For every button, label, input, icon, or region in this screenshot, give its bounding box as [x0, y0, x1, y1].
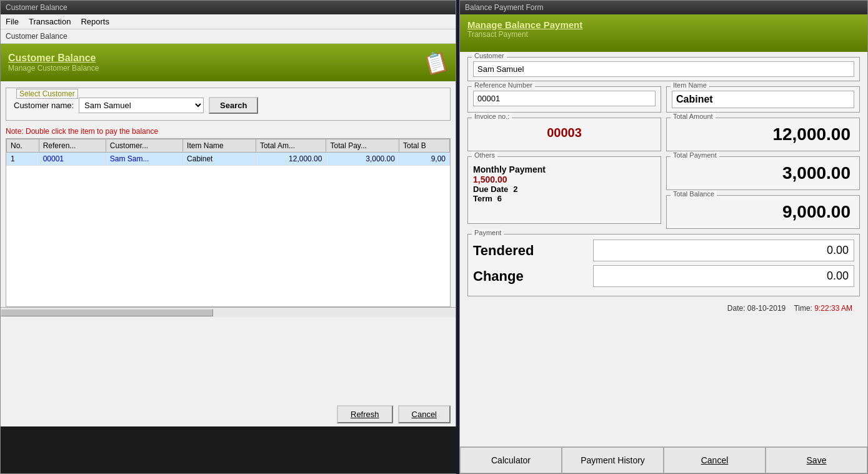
- due-date-row: Due Date 2: [473, 184, 656, 194]
- note-text: Note: Double click the item to pay the b…: [6, 127, 451, 136]
- right-header-title: Manage Balance Payment: [467, 19, 860, 30]
- horizontal-scrollbar[interactable]: [1, 307, 456, 317]
- cell-amount: 12,000.00: [256, 153, 326, 166]
- header-title: Customer Balance: [8, 53, 99, 64]
- search-button[interactable]: Search: [209, 97, 258, 114]
- datetime-bar: Date: 08-10-2019 Time: 9:22:33 AM: [467, 301, 860, 315]
- right-title-bar: Balance Payment Form: [460, 1, 867, 14]
- form-body: Customer Reference Number Item Name Invo…: [460, 52, 867, 320]
- reference-number-group: Reference Number: [467, 86, 661, 113]
- header-subtitle: Manage Customer Balance: [8, 64, 99, 73]
- ref-item-row: Reference Number Item Name: [467, 86, 860, 113]
- col-total-pay: Total Pay...: [326, 139, 399, 153]
- monthly-payment-label: Monthly Payment: [473, 164, 546, 174]
- total-balance-value: 9,000.00: [672, 199, 854, 224]
- date-value: 08-10-2019: [747, 304, 786, 313]
- table-row[interactable]: 1 00001 Sam Sam... Cabinet 12,000.00 3,0…: [7, 153, 450, 166]
- balance-table: No. Referen... Customer... Item Name Tot…: [6, 139, 450, 166]
- bottom-buttons: Refresh Cancel: [337, 405, 451, 423]
- cell-customer: Sam Sam...: [106, 153, 182, 166]
- total-payment-value: 3,000.00: [672, 161, 854, 186]
- col-ref: Referen...: [39, 139, 106, 153]
- item-name-input[interactable]: [672, 91, 854, 108]
- total-amount-legend: Total Amount: [671, 113, 716, 120]
- due-date-value: 2: [513, 184, 517, 194]
- col-item: Item Name: [183, 139, 256, 153]
- select-customer-legend: Select Customer: [16, 89, 78, 99]
- col-total-b: Total B: [399, 139, 449, 153]
- total-balance-legend: Total Balance: [671, 190, 717, 198]
- others-content: Monthly Payment 1,500.00 Due Date 2 Term…: [473, 162, 656, 203]
- cell-no: 1: [7, 153, 39, 166]
- left-title-text: Customer Balance: [6, 3, 67, 12]
- customer-name-select[interactable]: Sam Samuel: [79, 98, 204, 113]
- time-value: 9:22:33 AM: [814, 304, 852, 313]
- term-row: Term 6: [473, 194, 656, 203]
- right-cancel-button[interactable]: Cancel: [664, 447, 766, 473]
- due-date-label: Due Date: [473, 184, 508, 194]
- total-amount-value: 12,000.00: [672, 122, 854, 147]
- payment-legend: Payment: [472, 229, 504, 236]
- notebook-icon: 📋: [421, 48, 451, 77]
- dark-bottom-left: [1, 426, 457, 473]
- col-total-am: Total Am...: [256, 139, 326, 153]
- select-customer-frame: Select Customer Customer name: Sam Samue…: [6, 88, 451, 121]
- invoice-legend: Invoice no.:: [472, 113, 512, 120]
- right-green-header: Manage Balance Payment Transact Payment: [460, 14, 867, 52]
- others-legend: Others: [472, 151, 497, 159]
- right-title-text: Balance Payment Form: [465, 3, 543, 12]
- invoice-group: Invoice no.: 00003: [467, 118, 661, 151]
- customer-balance-window: Customer Balance File Transaction Report…: [0, 0, 456, 474]
- header-text: Customer Balance Manage Customer Balance: [8, 53, 99, 73]
- change-label: Change: [473, 268, 586, 285]
- payment-balance-col: Total Payment 3,000.00 Total Balance 9,0…: [666, 156, 860, 229]
- right-header-subtitle: Transact Payment: [467, 30, 860, 39]
- save-button[interactable]: Save: [766, 447, 867, 473]
- total-amount-group: Total Amount 12,000.00: [666, 118, 860, 151]
- payment-history-button[interactable]: Payment History: [562, 447, 664, 473]
- refresh-button[interactable]: Refresh: [337, 405, 393, 423]
- cell-ref: 00001: [39, 153, 106, 166]
- col-no: No.: [7, 139, 39, 153]
- others-payment-row: Others Monthly Payment 1,500.00 Due Date…: [467, 156, 860, 229]
- menu-file[interactable]: File: [6, 17, 19, 26]
- menu-transaction[interactable]: Transaction: [29, 17, 71, 26]
- table-header-row: No. Referen... Customer... Item Name Tot…: [7, 139, 450, 153]
- total-balance-group: Total Balance 9,000.00: [666, 195, 860, 229]
- total-payment-group: Total Payment 3,000.00: [666, 156, 860, 190]
- tendered-row: Tendered: [473, 240, 854, 261]
- invoice-total-row: Invoice no.: 00003 Total Amount 12,000.0…: [467, 118, 860, 151]
- window-label: Customer Balance: [1, 29, 456, 44]
- change-input[interactable]: [593, 265, 854, 287]
- time-label: Time:: [794, 304, 812, 313]
- customer-name-row: Customer name: Sam Samuel Search: [14, 94, 442, 114]
- cancel-button[interactable]: Cancel: [398, 405, 451, 423]
- balance-payment-form: Balance Payment Form Manage Balance Paym…: [459, 0, 868, 474]
- calculator-button[interactable]: Calculator: [460, 447, 562, 473]
- payment-section: Payment Tendered Change: [467, 234, 860, 296]
- left-title-bar: Customer Balance: [1, 1, 456, 14]
- tendered-input[interactable]: [593, 240, 854, 261]
- right-bottom-buttons: Calculator Payment History Cancel Save: [460, 446, 867, 473]
- item-name-legend: Item Name: [671, 81, 709, 89]
- scrollbar-thumb[interactable]: [1, 309, 213, 316]
- customer-field-group: Customer: [467, 57, 860, 81]
- monthly-payment-row: Monthly Payment: [473, 164, 656, 174]
- customer-input[interactable]: [473, 61, 854, 77]
- ref-legend: Reference Number: [472, 81, 535, 89]
- customer-name-label: Customer name:: [14, 101, 74, 110]
- green-header: Customer Balance Manage Customer Balance…: [1, 44, 456, 81]
- cell-payment: 3,000.00: [326, 153, 399, 166]
- date-label: Date:: [727, 304, 746, 313]
- balance-table-container: No. Referen... Customer... Item Name Tot…: [6, 138, 451, 307]
- menu-reports[interactable]: Reports: [81, 17, 109, 26]
- menu-bar: File Transaction Reports: [1, 14, 456, 29]
- cell-item: Cabinet: [183, 153, 256, 166]
- tendered-label: Tendered: [473, 243, 586, 259]
- invoice-value: 00003: [473, 122, 656, 144]
- change-row: Change: [473, 265, 854, 287]
- cell-balance: 9,00: [399, 153, 449, 166]
- reference-number-input[interactable]: [473, 91, 656, 106]
- term-label: Term: [473, 194, 492, 203]
- total-payment-legend: Total Payment: [671, 151, 719, 159]
